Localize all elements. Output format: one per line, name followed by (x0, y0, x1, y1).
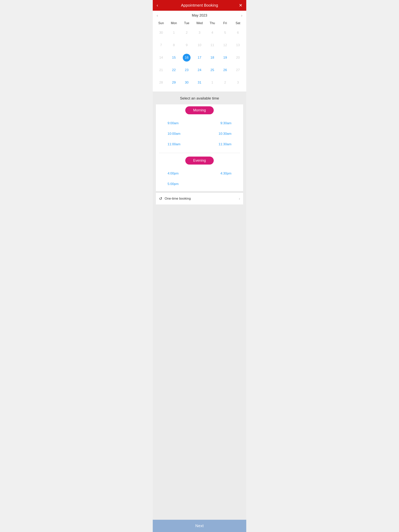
chevron-right-icon: › (239, 197, 240, 201)
calendar-header-row: Sun Mon Tue Wed Thu Fri Sat (155, 20, 244, 26)
evening-slot[interactable]: 4:30pm (200, 168, 239, 178)
day-header-mon: Mon (167, 20, 180, 26)
calendar-cell[interactable]: 15 (167, 52, 180, 63)
footer-spacer (153, 208, 246, 520)
morning-slot[interactable]: 11:30am (200, 139, 239, 149)
day-header-wed: Wed (193, 20, 206, 26)
calendar-cell[interactable]: 19 (219, 52, 232, 63)
calendar-grid: Sun Mon Tue Wed Thu Fri Sat 301234567891… (153, 20, 246, 89)
calendar-cell[interactable]: 16 (180, 52, 193, 63)
calendar-cell: 14 (155, 52, 167, 63)
calendar-body: 3012345678910111213141516171819202122232… (155, 27, 244, 89)
day-header-tue: Tue (180, 20, 193, 26)
calendar-cell: 7 (155, 39, 167, 51)
calendar-cell: 8 (167, 39, 180, 51)
calendar-cell: 2 (180, 27, 193, 38)
day-header-fri: Fri (219, 20, 232, 26)
time-selection-section: Select an available time Morning 9:00am9… (153, 92, 246, 208)
calendar-cell: 6 (232, 27, 244, 38)
calendar-cell: 12 (219, 39, 232, 51)
close-button[interactable]: ✕ (237, 2, 244, 9)
month-year-label: May 2023 (192, 13, 207, 18)
calendar-cell: 9 (180, 39, 193, 51)
day-header-sun: Sun (155, 20, 167, 26)
calendar-cell[interactable]: 25 (206, 64, 219, 76)
time-slots-container: Morning 9:00am9:30am10:00am10:30am11:00a… (156, 104, 243, 191)
evening-slot[interactable]: 4:00pm (160, 168, 200, 178)
calendar-cell[interactable]: 23 (180, 64, 193, 76)
morning-slot[interactable]: 9:30am (200, 118, 239, 128)
calendar-section: ‹ May 2023 › Sun Mon Tue Wed Thu Fri Sat… (153, 11, 246, 92)
evening-badge: Evening (185, 157, 213, 165)
calendar-cell[interactable]: 30 (180, 77, 193, 89)
time-section-title: Select an available time (156, 96, 243, 101)
morning-slot[interactable]: 10:00am (160, 129, 200, 139)
morning-slot[interactable]: 10:30am (200, 129, 239, 139)
calendar-cell[interactable]: 26 (219, 64, 232, 76)
morning-group-label: Morning (156, 104, 243, 116)
calendar-cell: 5 (219, 27, 232, 38)
calendar-cell: 27 (232, 64, 244, 76)
calendar-cell[interactable]: 29 (167, 77, 180, 89)
morning-badge: Morning (185, 106, 213, 114)
app-header: ‹ Appointment Booking ✕ (153, 0, 246, 11)
one-time-booking-row[interactable]: ↺ One-time booking › (156, 193, 243, 204)
next-month-button[interactable]: › (239, 13, 244, 19)
calendar-cell: 11 (206, 39, 219, 51)
calendar-cell[interactable]: 18 (206, 52, 219, 63)
calendar-cell: 4 (206, 27, 219, 38)
back-button[interactable]: ‹ (155, 2, 160, 9)
calendar-cell: 21 (155, 64, 167, 76)
calendar-cell: 3 (193, 27, 206, 38)
calendar-cell: 1 (206, 77, 219, 89)
recurring-icon: ↺ (159, 196, 162, 201)
evening-group-label: Evening (156, 155, 243, 166)
calendar-cell: 30 (155, 27, 167, 38)
evening-slots-grid: 4:00pm4:30pm5:00pm (156, 166, 243, 191)
evening-slot[interactable]: 5:00pm (160, 179, 200, 189)
prev-month-button[interactable]: ‹ (155, 13, 160, 19)
calendar-cell[interactable]: 17 (193, 52, 206, 63)
month-navigation: ‹ May 2023 › (153, 11, 246, 20)
morning-slot[interactable]: 9:00am (160, 118, 200, 128)
calendar-cell: 13 (232, 39, 244, 51)
page-title: Appointment Booking (181, 3, 218, 8)
calendar-cell: 10 (193, 39, 206, 51)
calendar-cell: 1 (167, 27, 180, 38)
calendar-cell: 28 (155, 77, 167, 89)
next-button[interactable]: Next (153, 520, 246, 532)
calendar-cell[interactable]: 22 (167, 64, 180, 76)
calendar-cell: 2 (219, 77, 232, 89)
calendar-cell: 20 (232, 52, 244, 63)
morning-slot[interactable]: 11:00am (160, 139, 200, 149)
morning-slots-grid: 9:00am9:30am10:00am10:30am11:00am11:30am (156, 116, 243, 151)
day-header-thu: Thu (206, 20, 219, 26)
calendar-cell[interactable]: 31 (193, 77, 206, 89)
booking-type-label: One-time booking (165, 197, 239, 201)
calendar-cell[interactable]: 24 (193, 64, 206, 76)
day-header-sat: Sat (232, 20, 244, 26)
calendar-cell: 3 (232, 77, 244, 89)
